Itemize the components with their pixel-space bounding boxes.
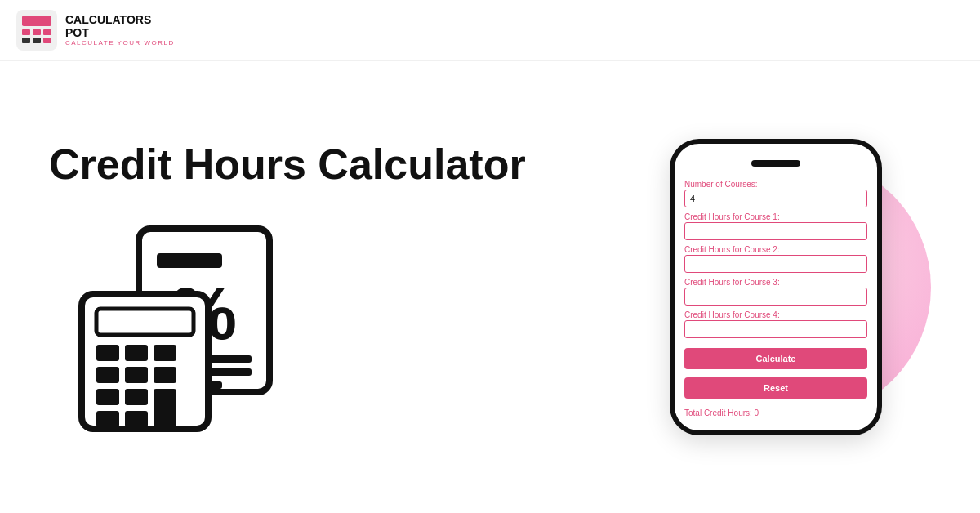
svg-rect-16 [96,345,119,361]
svg-rect-24 [154,389,176,427]
page-title: Credit Hours Calculator [49,141,588,188]
total-credit-hours: Total Credit Hours: 0 [684,408,867,417]
logo-icon [16,10,57,51]
course-3-input[interactable] [684,288,867,306]
course-3-label: Credit Hours for Course 3: [684,278,867,287]
course-2-group: Credit Hours for Course 2: [684,245,867,273]
svg-rect-6 [33,38,41,43]
svg-rect-7 [43,38,51,43]
calculate-button[interactable]: Calculate [684,348,867,369]
reset-button[interactable]: Reset [684,377,867,399]
logo-text: CALCULATORS POT CALCULATE YOUR WORLD [65,14,175,47]
svg-rect-20 [125,367,148,383]
svg-rect-4 [43,29,51,35]
main-content: Credit Hours Calculator % [0,61,980,513]
num-courses-group: Number of Courses: [684,180,867,207]
svg-rect-25 [96,411,119,427]
svg-rect-19 [96,367,119,383]
phone-notch [751,160,800,167]
svg-rect-3 [33,29,41,35]
hero-calculator-icon: % [74,221,302,433]
course-1-group: Credit Hours for Course 1: [684,212,867,240]
course-3-group: Credit Hours for Course 3: [684,278,867,306]
num-courses-label: Number of Courses: [684,180,867,189]
svg-rect-1 [22,16,51,26]
svg-rect-2 [22,29,30,35]
num-courses-input[interactable] [684,190,867,207]
course-1-input[interactable] [684,222,867,240]
svg-rect-17 [125,345,148,361]
course-4-input[interactable] [684,320,867,338]
svg-rect-5 [22,38,30,43]
course-2-input[interactable] [684,255,867,273]
calculator-form: Number of Courses: Credit Hours for Cour… [684,180,867,417]
svg-rect-21 [154,367,176,383]
svg-rect-22 [96,389,119,405]
svg-rect-23 [125,389,148,405]
logo: CALCULATORS POT CALCULATE YOUR WORLD [16,10,175,51]
logo-tagline: CALCULATE YOUR WORLD [65,39,175,47]
svg-rect-26 [125,411,148,427]
course-1-label: Credit Hours for Course 1: [684,212,867,221]
hero-icon-area: % [49,221,588,433]
course-4-label: Credit Hours for Course 4: [684,310,867,319]
header: CALCULATORS POT CALCULATE YOUR WORLD [0,0,980,61]
svg-rect-18 [154,345,176,361]
svg-rect-15 [96,309,194,335]
course-4-group: Credit Hours for Course 4: [684,310,867,338]
svg-rect-9 [157,253,222,268]
course-2-label: Credit Hours for Course 2: [684,245,867,254]
right-panel: Number of Courses: Credit Hours for Cour… [588,139,931,435]
logo-title: CALCULATORS POT [65,14,175,39]
phone-mockup: Number of Courses: Credit Hours for Cour… [670,139,882,435]
left-panel: Credit Hours Calculator % [49,141,588,433]
